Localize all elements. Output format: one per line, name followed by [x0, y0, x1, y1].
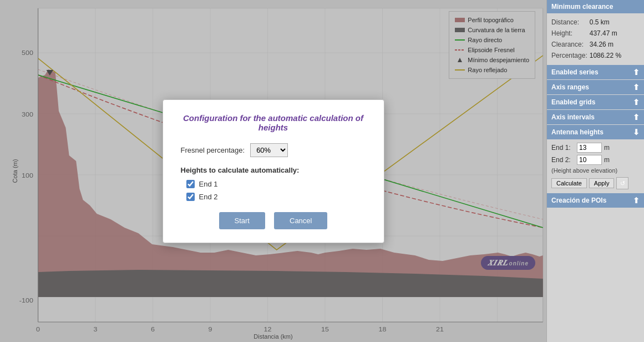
fresnel-select[interactable]: 60% 50% 70% 80% 100% — [250, 143, 288, 157]
antenna-heights-section: Antenna heights ⬇ End 1: m End 2: m (Hei… — [547, 125, 644, 193]
distance-value: 0.5 km — [590, 17, 623, 28]
percentage-label: Percentage: — [551, 50, 590, 61]
start-button[interactable]: Start — [219, 212, 265, 229]
end1-checkbox[interactable] — [186, 180, 195, 188]
end1-input[interactable] — [577, 143, 602, 153]
end1-checkbox-label: End 1 — [199, 180, 218, 188]
min-clearance-content: Distance: 0.5 km Height: 437.47 m Cleara… — [547, 13, 644, 64]
height-value: 437.47 m — [590, 28, 623, 39]
end2-row: End 2: m — [551, 155, 640, 165]
chart-area: 500 300 100 -100 0 3 6 9 12 15 18 21 Cot… — [0, 0, 547, 342]
end1-unit: m — [604, 144, 610, 152]
enabled-grids-section: Enabled grids ⬆ — [547, 95, 644, 109]
end1-checkbox-row: End 1 — [186, 180, 366, 188]
enabled-series-arrow-icon: ⬆ — [633, 68, 640, 77]
end2-checkbox-row: End 2 — [186, 193, 366, 201]
end2-checkbox[interactable] — [186, 193, 195, 201]
enabled-grids-title: Enabled grids — [551, 98, 595, 106]
enabled-series-header[interactable]: Enabled series ⬆ — [547, 65, 644, 79]
axis-intervals-header[interactable]: Axis intervals ⬆ — [547, 110, 644, 124]
creacion-pois-arrow-icon: ⬆ — [633, 196, 640, 205]
clearance-label: Clearance: — [551, 39, 590, 50]
distance-label: Distance: — [551, 17, 590, 28]
end2-unit: m — [604, 156, 610, 164]
axis-ranges-title: Axis ranges — [551, 83, 589, 91]
modal-dialog: Configuration for the automatic calculat… — [163, 99, 384, 243]
enabled-series-section: Enabled series ⬆ — [547, 65, 644, 79]
fresnel-field: Fresnel percentage: 60% 50% 70% 80% 100% — [181, 143, 366, 157]
antenna-heights-title: Antenna heights — [551, 128, 604, 136]
enabled-grids-arrow-icon: ⬆ — [633, 98, 640, 107]
end2-checkbox-label: End 2 — [199, 193, 218, 201]
axis-ranges-section: Axis ranges ⬆ — [547, 80, 644, 94]
refresh-button[interactable]: ↺ — [616, 177, 628, 189]
modal-overlay: Configuration for the automatic calculat… — [0, 0, 546, 342]
antenna-heights-arrow-icon: ⬇ — [633, 128, 640, 137]
axis-intervals-arrow-icon: ⬆ — [633, 113, 640, 122]
sidebar: Minimum clearance Distance: 0.5 km Heigh… — [547, 0, 644, 342]
min-clearance-section: Minimum clearance Distance: 0.5 km Heigh… — [547, 0, 644, 64]
creacion-pois-section: Creación de POIs ⬆ — [547, 193, 644, 208]
axis-ranges-header[interactable]: Axis ranges ⬆ — [547, 80, 644, 94]
cancel-button[interactable]: Cancel — [274, 212, 327, 229]
clearance-value: 34.26 m — [590, 39, 623, 50]
modal-title: Configuration for the automatic calculat… — [181, 113, 366, 132]
end2-label: End 2: — [551, 156, 575, 164]
min-clearance-title: Minimum clearance — [551, 3, 613, 11]
percentage-value: 1086.22 % — [590, 50, 623, 61]
antenna-content: End 1: m End 2: m (Height above elevatio… — [547, 139, 644, 193]
heights-label: Heights to calculate automatically: — [181, 166, 366, 174]
creacion-pois-title: Creación de POIs — [551, 197, 606, 204]
height-label: Height: — [551, 28, 590, 39]
axis-intervals-section: Axis intervals ⬆ — [547, 110, 644, 124]
height-note: (Height above elevation) — [551, 167, 640, 174]
apply-button[interactable]: Apply — [589, 178, 615, 188]
axis-intervals-title: Axis intervals — [551, 113, 595, 121]
enabled-series-title: Enabled series — [551, 68, 599, 76]
fresnel-label: Fresnel percentage: — [181, 146, 245, 154]
calc-row: Calculate Apply ↺ — [551, 177, 640, 189]
calculate-button[interactable]: Calculate — [551, 178, 587, 188]
end2-input[interactable] — [577, 155, 602, 165]
end1-label: End 1: — [551, 144, 575, 152]
min-clearance-header[interactable]: Minimum clearance — [547, 0, 644, 13]
modal-buttons: Start Cancel — [181, 212, 366, 229]
antenna-heights-header[interactable]: Antenna heights ⬇ — [547, 125, 644, 139]
creacion-pois-header[interactable]: Creación de POIs ⬆ — [547, 193, 644, 208]
enabled-grids-header[interactable]: Enabled grids ⬆ — [547, 95, 644, 109]
axis-ranges-arrow-icon: ⬆ — [633, 83, 640, 92]
end1-row: End 1: m — [551, 143, 640, 153]
